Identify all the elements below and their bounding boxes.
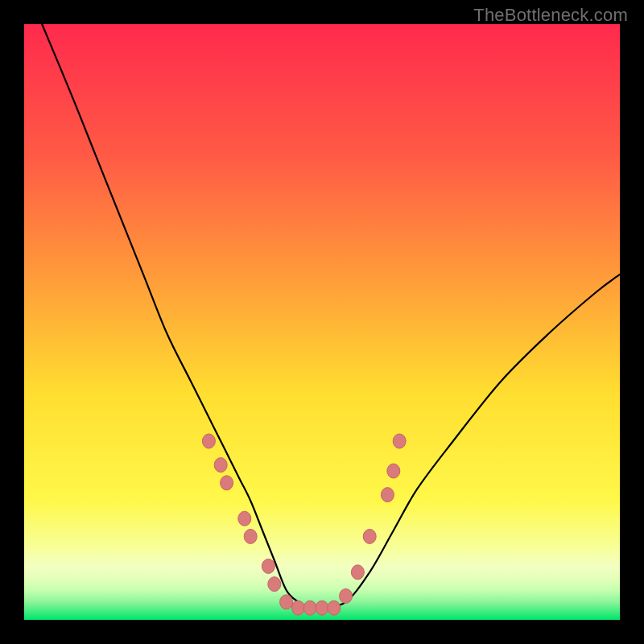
chart-marker: [363, 529, 376, 543]
chart-marker: [268, 577, 281, 592]
watermark-text: TheBottleneck.com: [473, 5, 628, 26]
chart-marker: [202, 434, 215, 448]
chart-svg: [24, 24, 620, 620]
chart-marker: [244, 529, 257, 543]
chart-marker: [303, 601, 316, 615]
chart-frame: TheBottleneck.com: [0, 0, 644, 644]
chart-background-gradient: [24, 24, 620, 620]
chart-marker: [351, 565, 364, 580]
chart-marker: [328, 601, 341, 615]
chart-marker: [340, 588, 353, 603]
chart-marker: [316, 601, 328, 615]
chart-marker: [393, 434, 406, 448]
chart-marker: [262, 559, 275, 573]
chart-marker: [238, 511, 251, 526]
chart-marker: [221, 476, 233, 490]
chart-marker: [381, 488, 394, 502]
chart-plot-area: [24, 24, 620, 620]
chart-marker: [214, 458, 227, 473]
chart-marker: [387, 464, 400, 478]
chart-marker: [280, 595, 293, 609]
chart-marker: [291, 601, 304, 615]
